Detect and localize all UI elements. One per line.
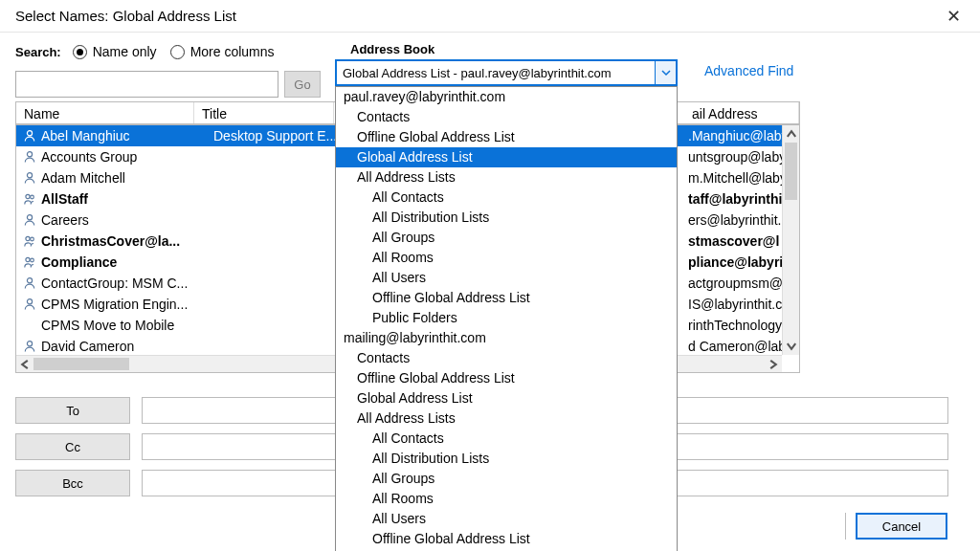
dropdown-item[interactable]: All Contacts — [336, 429, 677, 449]
dropdown-item[interactable]: All Contacts — [336, 187, 677, 208]
person-icon — [22, 276, 37, 291]
dropdown-item[interactable]: mailing@labyrinthit.com — [336, 328, 677, 348]
dropdown-item[interactable]: Public Folders — [336, 308, 677, 328]
dropdown-item[interactable]: All Address Lists — [336, 408, 677, 429]
radio-dot-icon — [170, 45, 185, 59]
scroll-up-icon[interactable] — [783, 125, 800, 143]
svg-point-8 — [26, 257, 30, 261]
person-icon — [22, 170, 37, 186]
dropdown-item[interactable]: All Rooms — [336, 248, 677, 268]
dropdown-item[interactable]: All Distribution Lists — [336, 208, 677, 228]
svg-point-2 — [27, 173, 32, 178]
scroll-thumb[interactable] — [785, 143, 797, 200]
row-email: d Cameron@laby — [688, 339, 782, 354]
address-book-combobox[interactable]: Global Address List - paul.ravey@labyrin… — [335, 59, 678, 86]
svg-point-12 — [27, 342, 32, 346]
svg-point-3 — [26, 194, 30, 198]
blank-icon — [22, 318, 37, 333]
person-icon — [22, 149, 37, 165]
scroll-left-icon[interactable] — [16, 356, 33, 373]
dropdown-item[interactable]: All Groups — [336, 228, 677, 248]
row-name: Accounts Group — [41, 149, 213, 165]
dialog-window: Select Names: Global Address List ✕ Sear… — [0, 0, 980, 551]
dropdown-item[interactable]: Offline Global Address List — [336, 127, 677, 147]
column-header-name[interactable]: Name — [16, 102, 194, 123]
svg-point-10 — [27, 278, 32, 283]
row-name: Careers — [41, 212, 213, 228]
svg-point-4 — [31, 195, 34, 199]
go-button-label: Go — [294, 77, 310, 92]
row-email: taff@labyrinthit — [688, 191, 782, 207]
search-label: Search: — [15, 45, 61, 59]
row-name: Adam Mitchell — [41, 170, 213, 186]
column-header-email[interactable]: ail Address — [688, 102, 799, 123]
person-icon — [22, 339, 37, 354]
row-name: CPMS Migration Engin... — [41, 297, 213, 312]
row-name: ChristmasCover@la... — [41, 233, 213, 249]
address-book-dropdown[interactable]: paul.ravey@labyrinthit.comContactsOfflin… — [335, 86, 678, 551]
bcc-button[interactable]: Bcc — [15, 470, 130, 496]
to-button[interactable]: To — [15, 397, 130, 424]
row-email: rinthTechnology — [688, 318, 782, 333]
group-icon — [22, 254, 37, 270]
person-icon — [22, 212, 37, 228]
row-email: IS@labyrinthit.co — [688, 297, 782, 312]
group-icon — [22, 191, 37, 207]
row-email: stmascover@l — [688, 233, 782, 249]
dropdown-item[interactable]: Offline Global Address List — [336, 529, 677, 549]
person-icon — [22, 297, 37, 312]
row-email: ers@labyrinthit. — [688, 212, 782, 228]
group-icon — [22, 233, 37, 249]
row-email: m.Mitchell@laby — [688, 170, 782, 186]
search-input[interactable] — [15, 71, 278, 98]
dropdown-item[interactable]: Offline Global Address List — [336, 288, 677, 308]
radio-dot-icon — [73, 45, 87, 59]
row-email: pliance@labyri — [688, 254, 782, 270]
scroll-thumb[interactable] — [33, 358, 129, 370]
person-icon — [22, 128, 37, 143]
dropdown-item[interactable]: All Users — [336, 509, 677, 529]
close-icon[interactable]: ✕ — [939, 2, 969, 31]
row-email: .Manghiuc@laby — [688, 128, 782, 143]
radio-name-only[interactable]: Name only — [73, 44, 157, 59]
row-name: Abel Manghiuc — [41, 128, 213, 143]
dropdown-item[interactable]: Contacts — [336, 107, 677, 127]
cc-button[interactable]: Cc — [15, 433, 130, 460]
row-name: AllStaff — [41, 191, 213, 207]
advanced-find-link[interactable]: Advanced Find — [704, 63, 793, 78]
cancel-button[interactable]: Cancel — [856, 513, 947, 540]
row-name: CPMS Move to Mobile — [41, 318, 213, 333]
svg-point-1 — [27, 152, 32, 157]
scroll-right-icon[interactable] — [765, 356, 782, 373]
scroll-down-icon[interactable] — [783, 338, 800, 355]
dropdown-item[interactable]: All Groups — [336, 469, 677, 489]
dropdown-item[interactable]: All Rooms — [336, 489, 677, 509]
svg-point-5 — [27, 215, 32, 220]
dropdown-item[interactable]: Contacts — [336, 348, 677, 368]
svg-point-11 — [27, 299, 32, 304]
window-title: Select Names: Global Address List — [11, 8, 236, 24]
address-book-selected: Global Address List - paul.ravey@labyrin… — [337, 66, 655, 80]
dropdown-item[interactable]: paul.ravey@labyrinthit.com — [336, 87, 677, 107]
vertical-scrollbar[interactable] — [782, 125, 799, 355]
svg-point-0 — [27, 131, 32, 136]
dropdown-item[interactable]: All Users — [336, 268, 677, 288]
column-header-title[interactable]: Title — [194, 102, 334, 123]
address-book-label: Address Book — [350, 42, 434, 56]
dropdown-item[interactable]: Global Address List — [336, 388, 677, 408]
dropdown-item[interactable]: Offline Global Address List — [336, 368, 677, 388]
svg-point-7 — [31, 237, 34, 241]
dropdown-item[interactable]: All Address Lists — [336, 167, 677, 187]
radio-more-columns-label: More columns — [190, 44, 275, 59]
dropdown-item[interactable]: Global Address List — [336, 147, 677, 167]
chevron-down-icon[interactable] — [655, 61, 676, 84]
title-bar: Select Names: Global Address List ✕ — [0, 0, 980, 33]
row-email: untsgroup@laby — [688, 149, 782, 165]
radio-name-only-label: Name only — [93, 44, 157, 59]
row-name: David Cameron — [41, 339, 213, 354]
radio-more-columns[interactable]: More columns — [170, 44, 275, 59]
row-email: actgroupmsm@ — [688, 276, 782, 291]
dropdown-item[interactable]: All Distribution Lists — [336, 449, 677, 469]
divider — [845, 513, 846, 540]
go-button[interactable]: Go — [284, 71, 321, 98]
